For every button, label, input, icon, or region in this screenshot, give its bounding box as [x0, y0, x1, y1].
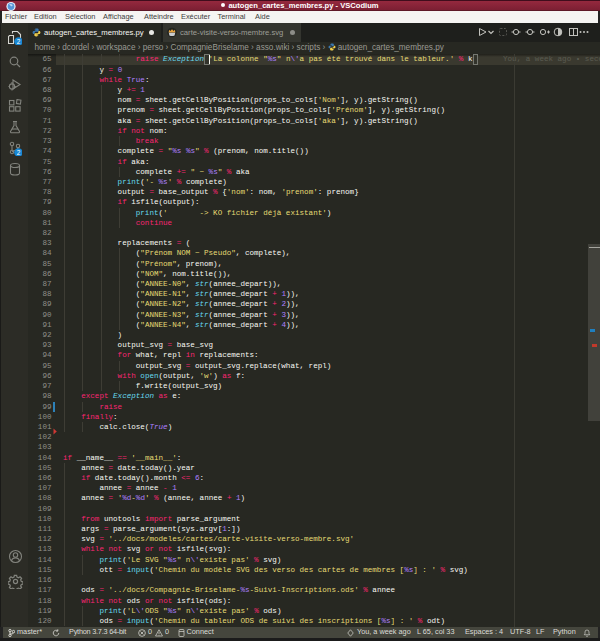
- svg-text:2: 2: [16, 149, 20, 156]
- svg-text:2: 2: [16, 38, 20, 45]
